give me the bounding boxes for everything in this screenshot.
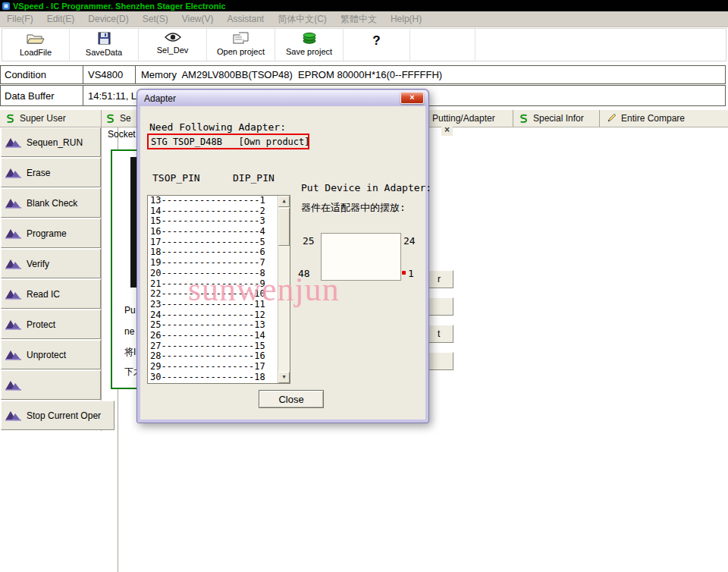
stager-logo-icon [5,114,15,124]
pin-row[interactable]: 25-----------------13 [148,320,278,331]
adapter-dialog-body: Need Following Adapter: STG TSOP_D48B [O… [140,106,425,420]
select-device-button[interactable]: Sel_Dev [139,29,207,61]
select-device-label: Sel_Dev [157,46,189,55]
sidebar-button-blank[interactable] [1,370,101,400]
scroll-thumb[interactable] [278,208,290,246]
sidebar-button-sequen-run[interactable]: Sequen_RUN [1,127,101,157]
socket-group-label: Socket [108,129,136,140]
menu-edit[interactable]: Edit(E) [40,14,82,24]
sidebar-button-label: Erase [27,168,50,178]
sidebar-button-label: Programe [27,228,67,239]
pin-row[interactable]: 19------------------7 [148,258,278,269]
sidebar-button-verify[interactable]: Verify [1,249,101,278]
save-data-icon [98,32,111,45]
adapter-dialog: Adapter × Need Following Adapter: STG TS… [136,89,429,423]
sidebar-button-blank-check[interactable]: Blank Check [1,188,101,218]
app-icon [2,2,10,10]
tab-putting-adapter-label: Putting/Adapter [432,113,495,124]
pin-row[interactable]: 18------------------6 [148,247,278,258]
adapter-name: STG TSOP_D48B [Own product] [151,137,310,147]
menu-file[interactable]: File(F) [0,14,40,24]
operation-icon [5,197,23,209]
menu-traditional-chinese[interactable]: 繁體中文 [334,13,384,26]
tab-partial-label: Se [120,113,131,124]
data-buffer-label: Data Buffer [5,86,55,105]
adapter-dialog-title: Adapter [144,93,176,104]
sidebar-button-erase[interactable]: Erase [1,158,101,187]
condition-details: Memory AM29LV800BB(TSOP48) EPROM 80000H*… [141,66,442,83]
open-project-icon [233,32,249,44]
pin-row[interactable]: 24-----------------12 [148,310,278,321]
help-icon: ? [372,33,380,49]
tab-entire-compare[interactable]: Entire Compare [606,110,685,127]
pin-row[interactable]: 15------------------3 [148,216,278,227]
save-project-icon [302,32,317,44]
panel-close-icon[interactable]: × [441,124,453,136]
save-project-button[interactable]: Save project [275,29,344,61]
pin-row[interactable]: 16------------------4 [148,227,278,237]
divider [599,110,600,127]
stager-logo-icon [519,114,529,124]
sidebar-button-programe[interactable]: Programe [1,218,101,248]
application-window: VSpeed - IC Programmer. Shenzhen Stager … [0,0,728,572]
pin-row[interactable]: 27-----------------15 [148,341,278,352]
put-device-label-en: Put Device in Adapter: [301,182,431,193]
data-buffer-value: 14:51:11, L [88,86,136,105]
stager-logo-icon [105,114,115,124]
sidebar-button-unprotect[interactable]: Unprotect [1,340,101,369]
window-titlebar: VSpeed - IC Programmer. Shenzhen Stager … [0,0,728,11]
menu-set[interactable]: Set(S) [136,14,175,24]
select-device-icon [165,32,181,42]
pin-row[interactable]: 29-----------------17 [148,362,278,372]
menubar: File(F) Edit(E) Device(D) Set(S) View(V)… [0,11,728,27]
tsop-pin-header: TSOP_PIN [152,172,200,184]
pencil-icon [606,113,617,124]
tab-special-infor[interactable]: Special Infor [519,110,584,127]
open-project-button[interactable]: Open project [207,29,275,61]
close-button[interactable]: Close [259,390,324,408]
menu-device[interactable]: Device(D) [81,14,135,24]
super-user-header: Super User [5,110,66,127]
tab-partial[interactable]: Se [105,110,131,127]
scroll-down-button[interactable]: ▼ [278,372,290,383]
menu-simplified-chinese[interactable]: 简体中文(C) [271,13,334,26]
menu-help[interactable]: Help(H) [384,14,428,24]
pin-row[interactable]: 28-----------------16 [148,351,278,362]
put-device-label-cn: 器件在适配器中的摆放: [301,201,406,215]
help-button[interactable]: ? [344,29,410,61]
load-file-icon [27,32,45,45]
adapter-name-highlight: STG TSOP_D48B [Own product] [147,134,309,149]
pin-row[interactable]: 14------------------2 [148,206,278,217]
toolbar-empty-cell [410,29,475,61]
operation-icon [5,319,23,330]
sidebar-button-protect[interactable]: Protect [1,310,101,339]
operation-icon [5,258,23,269]
loadfile-button[interactable]: LoadFile [2,29,70,61]
menu-view[interactable]: View(V) [175,14,221,24]
divider [83,66,83,83]
chip-pin-25: 25 [303,235,315,247]
pin-row[interactable]: 26-----------------14 [148,331,278,341]
adapter-dialog-titlebar[interactable]: Adapter [138,90,428,106]
pin-row[interactable]: 30-----------------18 [148,372,278,383]
operation-icon [5,137,23,148]
socket-text-fragment: Pu [124,305,136,316]
sidebar-button-read-ic[interactable]: Read IC [1,279,101,309]
pin1-marker [402,271,406,275]
sidebar-button-stop-current-oper[interactable]: Stop Current Oper [1,401,115,430]
open-project-label: Open project [217,47,265,56]
savedata-button[interactable]: SaveData [70,29,139,61]
super-user-label: Super User [20,113,66,124]
divider [83,86,83,105]
dialog-close-button[interactable]: × [400,92,424,104]
menu-assistant[interactable]: Assistant [221,14,271,24]
scroll-up-button[interactable]: ▲ [278,196,290,207]
pin-row[interactable]: 13------------------1 [148,196,278,206]
socket-text-fragment: ne [124,326,134,337]
sidebar-button-label: Protect [27,319,55,330]
pin-row[interactable]: 17------------------5 [148,237,278,248]
watermark-text: sunwenjun [188,270,340,309]
chip-pin-1: 1 [408,268,414,279]
need-adapter-label: Need Following Adapter: [149,121,286,133]
dip-pin-header: DIP_PIN [233,172,275,184]
